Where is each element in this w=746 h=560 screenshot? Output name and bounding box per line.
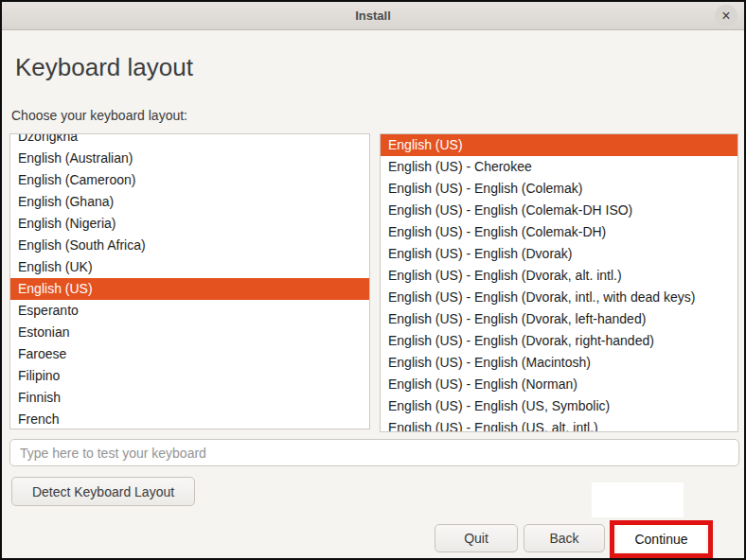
- list-item[interactable]: English (US) - English (Macintosh): [381, 352, 737, 374]
- installer-window: Install × Keyboard layout Choose your ke…: [0, 0, 746, 560]
- list-item[interactable]: English (US) - English (Dvorak, alt. int…: [381, 265, 737, 287]
- keyboard-test-input[interactable]: [9, 439, 739, 466]
- list-item[interactable]: English (UK): [10, 256, 369, 278]
- detect-keyboard-layout-button[interactable]: Detect Keyboard Layout: [11, 477, 195, 506]
- quit-button[interactable]: Quit: [435, 524, 518, 552]
- list-item[interactable]: English (South Africa): [10, 235, 369, 256]
- detect-button-label: Detect Keyboard Layout: [32, 484, 174, 499]
- titlebar: Install ×: [2, 2, 744, 30]
- back-button[interactable]: Back: [524, 524, 605, 552]
- list-item[interactable]: Dzongkha: [10, 133, 369, 148]
- list-item[interactable]: English (US): [381, 134, 737, 156]
- list-item[interactable]: English (Ghana): [10, 191, 369, 213]
- list-item[interactable]: English (US) - English (US, alt. intl.): [381, 417, 737, 432]
- keyboard-variant-list[interactable]: English (US)English (US) - CherokeeEngli…: [380, 133, 738, 432]
- continue-button-label: Continue: [634, 532, 687, 547]
- list-item[interactable]: English (US) - English (Colemak): [381, 178, 737, 200]
- list-item[interactable]: Filipino: [10, 365, 369, 387]
- list-item[interactable]: English (US) - English (Dvorak, left-han…: [381, 308, 737, 330]
- list-item[interactable]: English (US) - English (Norman): [381, 374, 737, 395]
- list-item[interactable]: Esperanto: [10, 300, 369, 322]
- list-item[interactable]: Faroese: [10, 343, 369, 365]
- list-item[interactable]: Estonian: [10, 322, 369, 343]
- list-item[interactable]: English (US) - Cherokee: [381, 156, 737, 178]
- back-button-label: Back: [549, 531, 578, 546]
- instruction-label: Choose your keyboard layout:: [11, 108, 187, 123]
- window-title: Install: [355, 9, 391, 23]
- list-item[interactable]: English (US) - English (Dvorak): [381, 243, 737, 265]
- list-item[interactable]: English (US) - English (Dvorak, right-ha…: [381, 330, 737, 352]
- list-item[interactable]: English (US) - English (Colemak-DH ISO): [381, 200, 737, 221]
- list-item[interactable]: French: [10, 409, 369, 429]
- list-item[interactable]: English (US) - English (US, Symbolic): [381, 395, 737, 417]
- keyboard-layout-list[interactable]: DzongkhaEnglish (Australian)English (Cam…: [9, 133, 370, 429]
- list-item[interactable]: English (US) - English (Dvorak, intl., w…: [381, 287, 737, 308]
- list-item[interactable]: English (US) - English (Colemak-DH): [381, 221, 737, 243]
- page-title: Keyboard layout: [15, 53, 193, 82]
- quit-button-label: Quit: [464, 531, 488, 546]
- list-item[interactable]: English (US): [10, 278, 369, 300]
- list-item[interactable]: English (Cameroon): [10, 169, 369, 191]
- annotation-white-patch: [592, 482, 684, 517]
- continue-button[interactable]: Continue: [616, 525, 706, 552]
- close-icon: ×: [721, 9, 730, 24]
- list-item[interactable]: English (Australian): [10, 148, 369, 169]
- list-item[interactable]: Finnish: [10, 387, 369, 409]
- list-item[interactable]: English (Nigeria): [10, 213, 369, 235]
- close-button[interactable]: ×: [715, 5, 737, 27]
